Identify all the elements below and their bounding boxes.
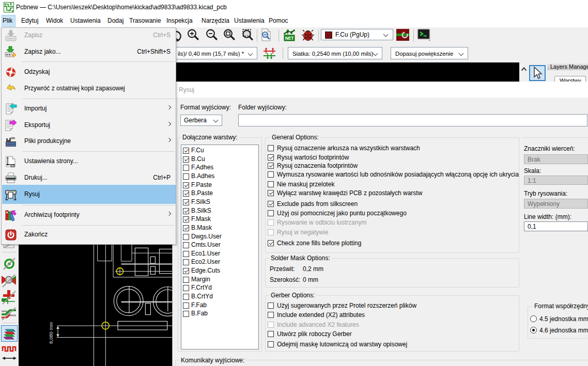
- svg-text:NET: NET: [285, 36, 295, 41]
- svg-text:8,080 mm: 8,080 mm: [48, 322, 54, 344]
